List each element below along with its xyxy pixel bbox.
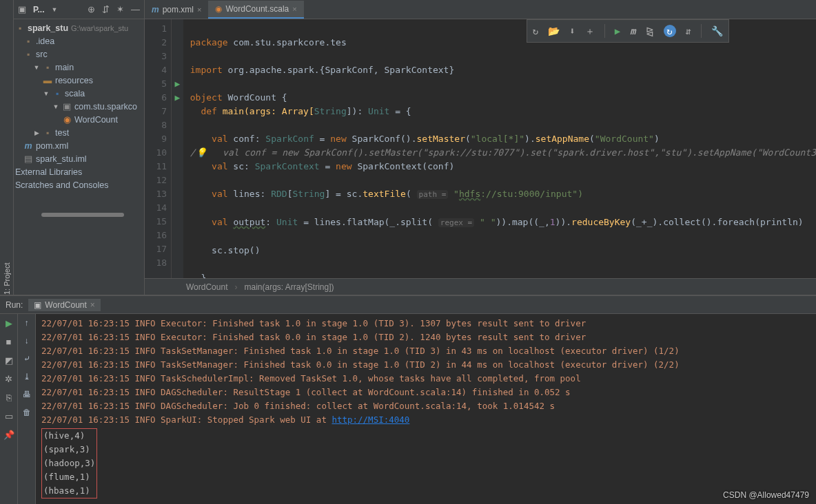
editor-area: m pom.xml × ◉ WordCount.scala × 12345678… xyxy=(145,0,816,295)
folder-icon: ▪ xyxy=(23,35,33,48)
tree-root[interactable]: ▪ spark_stu G:\war\spark_stu xyxy=(14,22,144,35)
tab-wordcount[interactable]: ◉ WordCount.scala × xyxy=(208,1,303,19)
source-folder-icon: ▪ xyxy=(52,87,62,101)
project-panel: ▣ P... ▼ ⊕ ⇵ ✶ — ▪ spark_stu G:\war\spar… xyxy=(14,0,145,295)
chevron-down-icon[interactable]: ▼ xyxy=(43,87,50,101)
layout-icon[interactable]: ▭ xyxy=(5,411,13,421)
console-output[interactable]: 22/07/01 16:23:15 INFO Executor: Finishe… xyxy=(36,314,816,504)
root-path: G:\war\spark_stu xyxy=(71,22,128,35)
run-icon[interactable]: ▶ xyxy=(615,24,620,38)
scala-object-icon: ◉ xyxy=(62,114,72,127)
run-actions: ▶ ■ ◩ ✲ ⎘ ▭ 📌 xyxy=(0,314,18,504)
editor-toolbar: ↻ 📂 ⬇ ＋ ▶ m ⧎ ↻ ⇵ 🔧 xyxy=(527,19,729,43)
project-tab-label: 1: Project xyxy=(3,21,11,295)
run-label: Run: xyxy=(6,300,23,310)
clear-icon[interactable]: 🗑 xyxy=(23,408,31,417)
project-icon: ▣ xyxy=(18,4,26,14)
download-icon[interactable]: ⬇ xyxy=(569,24,575,38)
run-gutter-icon[interactable]: ▶ xyxy=(172,77,183,91)
folder-icon: ▪ xyxy=(43,127,52,140)
bulb-icon[interactable]: 💡 xyxy=(196,147,207,158)
add-icon[interactable]: ＋ xyxy=(585,24,595,38)
gutter-icons: ▶ ▶ xyxy=(172,19,183,278)
close-icon[interactable]: × xyxy=(197,6,201,14)
exit-icon[interactable]: ⎘ xyxy=(6,392,12,403)
horizontal-scrollbar[interactable] xyxy=(41,213,124,217)
resources-icon: ▬ xyxy=(43,74,52,87)
up-icon[interactable]: ↑ xyxy=(25,318,29,328)
wrap-icon[interactable]: ⤶ xyxy=(23,354,30,364)
reload-icon[interactable]: ↻ xyxy=(664,25,676,37)
settings-icon[interactable]: ✲ xyxy=(5,374,12,384)
expand-icon[interactable]: ⇵ xyxy=(102,4,110,14)
tree-pom[interactable]: mpom.xml xyxy=(14,140,144,153)
chevron-down-icon[interactable]: ▼ xyxy=(52,101,59,114)
tree-src[interactable]: ▪src xyxy=(14,48,144,61)
console-actions: ↑ ↓ ⤶ ⤓ 🖶 🗑 xyxy=(18,314,36,504)
tree-idea[interactable]: ▪.idea xyxy=(14,35,144,48)
module-icon: ▪ xyxy=(15,22,25,35)
tree-scala[interactable]: ▼▪scala xyxy=(14,87,144,101)
collapse-icon[interactable]: ⇵ xyxy=(686,24,691,38)
maven-icon: m xyxy=(23,140,33,153)
breadcrumb: WordCount › main(args: Array[String]) xyxy=(145,278,816,295)
tree-iml[interactable]: ▤spark_stu.iml xyxy=(14,153,144,166)
run-gutter-icon[interactable]: ▶ xyxy=(172,91,183,105)
file-icon: ▤ xyxy=(23,153,33,166)
print-icon[interactable]: 🖶 xyxy=(23,390,31,399)
refresh-icon[interactable]: ↻ xyxy=(533,24,538,38)
run-config-tab[interactable]: ▣ WordCount × xyxy=(28,299,101,311)
maven-icon[interactable]: m xyxy=(630,24,635,38)
tab-pom[interactable]: m pom.xml × xyxy=(145,1,208,19)
chevron-down-icon[interactable]: ▼ xyxy=(51,6,57,13)
folder-icon: ▪ xyxy=(23,48,33,61)
wrench-icon[interactable]: 🔧 xyxy=(711,24,723,38)
folder-icon: ▪ xyxy=(43,61,52,74)
tree-scratches[interactable]: Scratches and Consoles xyxy=(14,179,144,192)
package-icon: ▣ xyxy=(62,101,72,114)
camera-icon[interactable]: ◩ xyxy=(5,355,13,366)
code-area[interactable]: package com.stu.sparkcore.tes import org… xyxy=(183,19,816,278)
pin-icon[interactable]: 📌 xyxy=(3,430,14,440)
tree-wordcount[interactable]: ◉WordCount xyxy=(14,114,144,127)
chevron-down-icon[interactable]: ▼ xyxy=(33,61,40,74)
editor-body[interactable]: 123456789101112131415161718 ▶ ▶ package … xyxy=(145,19,816,278)
project-toolbar: ▣ P... ▼ ⊕ ⇵ ✶ — xyxy=(14,0,144,19)
tree-package[interactable]: ▼▣com.stu.sparkco xyxy=(14,101,144,114)
tree-test[interactable]: ▶▪test xyxy=(14,127,144,140)
run-panel: Run: ▣ WordCount × ▶ ■ ◩ ✲ ⎘ ▭ 📌 ↑ ↓ ⤶ ⤓ xyxy=(0,295,816,504)
skip-icon[interactable]: ⧎ xyxy=(646,24,654,38)
chevron-right-icon: › xyxy=(234,282,237,292)
close-icon[interactable]: × xyxy=(90,300,95,310)
breadcrumb-class[interactable]: WordCount xyxy=(186,282,227,292)
project-vertical-tab[interactable]: 1: Project xyxy=(0,0,14,295)
tree-resources[interactable]: ▬resources xyxy=(14,74,144,87)
rerun-icon[interactable]: ▶ xyxy=(6,318,12,328)
root-name: spark_stu xyxy=(28,22,68,35)
watermark: CSDN @Allowed47479 xyxy=(723,490,809,500)
run-header: Run: ▣ WordCount × xyxy=(0,296,816,314)
scala-object-icon: ◉ xyxy=(215,4,222,14)
scroll-icon[interactable]: ⤓ xyxy=(23,372,30,381)
target-icon[interactable]: ⊕ xyxy=(88,4,95,14)
close-icon[interactable]: × xyxy=(292,5,296,13)
project-title: P... xyxy=(33,5,44,14)
folder-icon[interactable]: 📂 xyxy=(548,24,560,38)
run-config-icon: ▣ xyxy=(34,300,41,310)
hide-icon[interactable]: — xyxy=(131,4,140,14)
down-icon[interactable]: ↓ xyxy=(25,336,29,346)
gear-icon[interactable]: ✶ xyxy=(116,4,124,14)
breadcrumb-method[interactable]: main(args: Array[String]) xyxy=(244,282,334,292)
project-tree: ▪ spark_stu G:\war\spark_stu ▪.idea ▪src… xyxy=(14,19,144,220)
chevron-right-icon[interactable]: ▶ xyxy=(33,127,40,140)
editor-tabs: m pom.xml × ◉ WordCount.scala × xyxy=(145,0,816,19)
maven-icon: m xyxy=(152,5,159,14)
stop-icon[interactable]: ■ xyxy=(6,337,12,347)
tree-external[interactable]: External Libraries xyxy=(14,166,144,179)
line-gutter: 123456789101112131415161718 xyxy=(145,19,172,278)
tree-main[interactable]: ▼▪main xyxy=(14,61,144,74)
